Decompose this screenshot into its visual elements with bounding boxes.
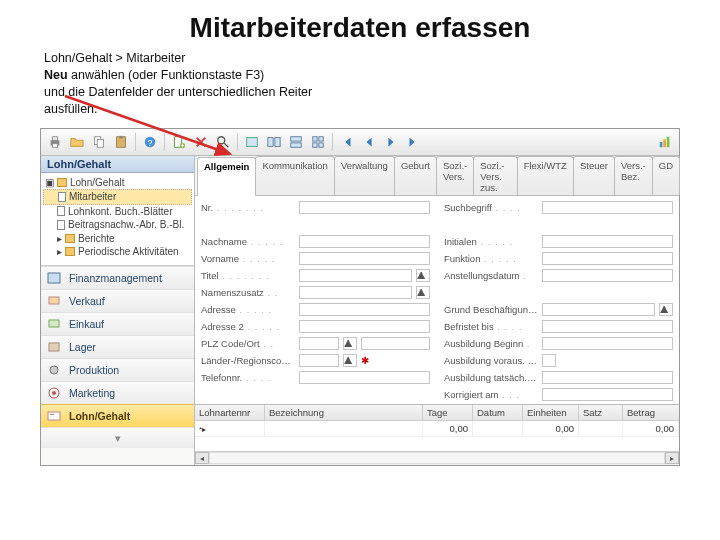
- new-button[interactable]: [169, 132, 189, 152]
- namenszusatz-input[interactable]: [299, 286, 412, 299]
- search-button[interactable]: [213, 132, 233, 152]
- namenszusatz-lookup[interactable]: ⯅: [416, 286, 430, 299]
- paste-button[interactable]: [111, 132, 131, 152]
- open-button[interactable]: [67, 132, 87, 152]
- grid-hscroll[interactable]: ◂ ▸: [195, 451, 679, 465]
- field-label: Suchbegriff . . . .: [444, 202, 538, 213]
- ausb-voraus-input[interactable]: [542, 354, 556, 367]
- tree-item[interactable]: Beitragsnachw.-Abr. B.-Bl.: [43, 218, 192, 232]
- window4-button[interactable]: [308, 132, 328, 152]
- befristet-input[interactable]: [542, 320, 673, 333]
- tab-kommunikation[interactable]: Kommunikation: [255, 156, 334, 195]
- grid-area: Lohnartennr Bezeichnung Tage Datum Einhe…: [195, 404, 679, 465]
- nav-finanz[interactable]: Finanzmanagement: [41, 266, 194, 289]
- svg-rect-14: [247, 137, 258, 146]
- field-label: Grund Beschäftigungs..: [444, 304, 538, 315]
- funktion-input[interactable]: [542, 252, 673, 265]
- nav-einkauf[interactable]: Einkauf: [41, 312, 194, 335]
- tab-steuer[interactable]: Steuer: [573, 156, 615, 195]
- nav-marketing[interactable]: Marketing: [41, 381, 194, 404]
- scroll-right-button[interactable]: ▸: [665, 452, 679, 464]
- ort-input[interactable]: [361, 337, 430, 350]
- vorname-input[interactable]: [299, 252, 430, 265]
- window1-button[interactable]: [242, 132, 262, 152]
- tab-versbez[interactable]: Vers.-Bez.: [614, 156, 653, 195]
- col-datum[interactable]: Datum: [473, 405, 523, 420]
- col-betrag[interactable]: Betrag: [623, 405, 679, 420]
- svg-rect-29: [49, 343, 59, 351]
- form-col-left: Nr. . . . . . . . Nachname . . . . . Vor…: [201, 200, 430, 400]
- tree-root[interactable]: ▣Lohn/Gehalt: [43, 176, 192, 190]
- adresse-input[interactable]: [299, 303, 430, 316]
- nav-lohn-gehalt[interactable]: Lohn/Gehalt: [41, 404, 194, 427]
- help-button[interactable]: ?: [140, 132, 160, 152]
- col-lohnartnr[interactable]: Lohnartennr: [195, 405, 265, 420]
- first-button[interactable]: [337, 132, 357, 152]
- nav-lager[interactable]: Lager: [41, 335, 194, 358]
- anstellung-input[interactable]: [542, 269, 673, 282]
- next-button[interactable]: [381, 132, 401, 152]
- grid-row[interactable]: *▸ 0,00 0,00 0,00: [195, 421, 679, 437]
- nav-more[interactable]: ▾: [41, 427, 194, 448]
- titel-lookup[interactable]: ⯅: [416, 269, 430, 282]
- tree-item[interactable]: ▸Berichte: [43, 232, 192, 246]
- new-icon: [172, 135, 186, 149]
- initialen-input[interactable]: [542, 235, 673, 248]
- tab-gd[interactable]: GD: [652, 156, 680, 195]
- ausb-beginn-input[interactable]: [542, 337, 673, 350]
- toolbar-sep: [164, 133, 165, 151]
- toolbar: ?: [41, 129, 679, 156]
- titel-input[interactable]: [299, 269, 412, 282]
- adresse2-input[interactable]: [299, 320, 430, 333]
- tree-item[interactable]: Lohnkont. Buch.-Blätter: [43, 205, 192, 219]
- col-tage[interactable]: Tage: [423, 405, 473, 420]
- window2-button[interactable]: [264, 132, 284, 152]
- chart-button[interactable]: [655, 132, 675, 152]
- grund-lookup[interactable]: ⯅: [659, 303, 673, 316]
- nav-list: Finanzmanagement Verkauf Einkauf Lager P…: [41, 266, 194, 465]
- toolbar-sep: [237, 133, 238, 151]
- field-label: Korrigiert am . . .: [444, 389, 538, 400]
- copy-button[interactable]: [89, 132, 109, 152]
- window3-button[interactable]: [286, 132, 306, 152]
- nachname-input[interactable]: [299, 235, 430, 248]
- telefon-input[interactable]: [299, 371, 430, 384]
- nav-produktion[interactable]: Produktion: [41, 358, 194, 381]
- tab-sozivers[interactable]: Sozi.-Vers.: [436, 156, 474, 195]
- grund-input[interactable]: [542, 303, 655, 316]
- ausb-ende-input[interactable]: [542, 371, 673, 384]
- suchbegriff-input[interactable]: [542, 201, 673, 214]
- scroll-track[interactable]: [209, 452, 665, 464]
- tab-verwaltung[interactable]: Verwaltung: [334, 156, 395, 195]
- land-lookup[interactable]: ⯅: [343, 354, 357, 367]
- toolbar-sep: [135, 133, 136, 151]
- svg-rect-20: [319, 136, 323, 140]
- field-label: Länder-/Regionscode .: [201, 355, 295, 366]
- last-button[interactable]: [403, 132, 423, 152]
- plz-input[interactable]: [299, 337, 339, 350]
- print-button[interactable]: [45, 132, 65, 152]
- field-label: Ausbildung voraus. E..: [444, 355, 538, 366]
- tree-item-mitarbeiter[interactable]: Mitarbeiter: [43, 189, 192, 205]
- col-satz[interactable]: Satz: [579, 405, 623, 420]
- prev-button[interactable]: [359, 132, 379, 152]
- nav-tree[interactable]: ▣Lohn/Gehalt Mitarbeiter Lohnkont. Buch.…: [41, 173, 194, 266]
- nr-input[interactable]: [299, 201, 430, 214]
- grid-header: Lohnartennr Bezeichnung Tage Datum Einhe…: [195, 405, 679, 421]
- delete-button[interactable]: [191, 132, 211, 152]
- payroll-icon: [47, 409, 63, 423]
- scroll-left-button[interactable]: ◂: [195, 452, 209, 464]
- tab-sozivers-zus[interactable]: Sozi.-Vers. zus.: [473, 156, 517, 195]
- col-einheiten[interactable]: Einheiten: [523, 405, 579, 420]
- nav-verkauf[interactable]: Verkauf: [41, 289, 194, 312]
- land-input[interactable]: [299, 354, 339, 367]
- plz-lookup[interactable]: ⯅: [343, 337, 357, 350]
- col-bezeichnung[interactable]: Bezeichnung: [265, 405, 423, 420]
- tree-item[interactable]: ▸Periodische Aktivitäten: [43, 245, 192, 259]
- folder-icon: [65, 247, 75, 256]
- tab-flexi[interactable]: Flexi/WTZ: [517, 156, 574, 195]
- tab-geburt[interactable]: Geburt: [394, 156, 437, 195]
- window-icon: [267, 135, 281, 149]
- korrigiert-input[interactable]: [542, 388, 673, 401]
- tab-allgemein[interactable]: Allgemein: [197, 157, 256, 196]
